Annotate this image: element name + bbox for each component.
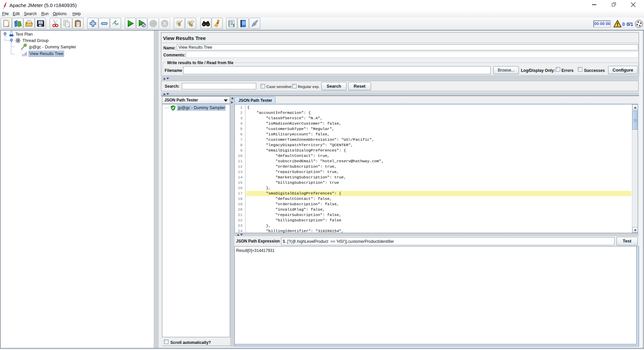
svg-text:STOP: STOP (150, 23, 157, 25)
svg-text:?: ? (243, 21, 245, 25)
